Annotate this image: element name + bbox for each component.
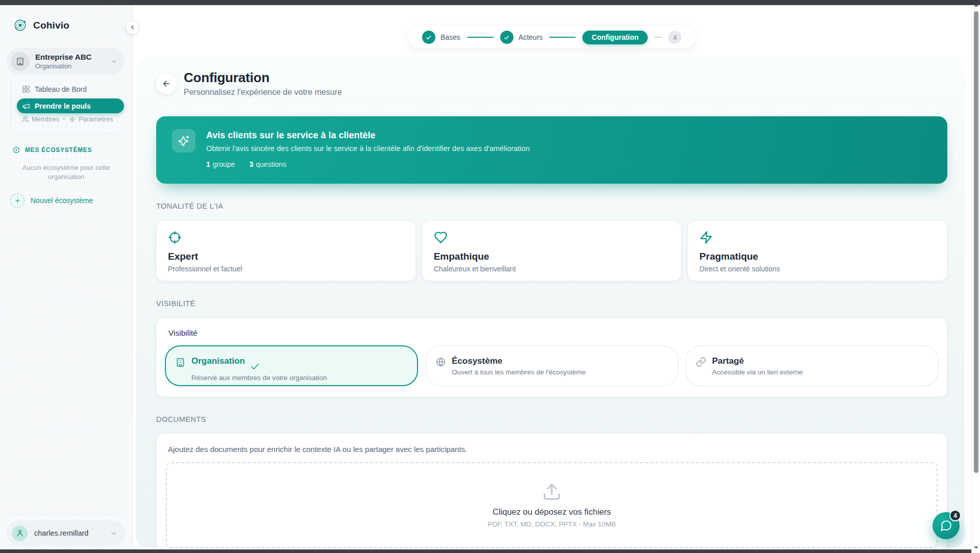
- page-header: Configuration Personnalisez l'expérience…: [156, 70, 947, 97]
- new-ecosystem-button[interactable]: Nouvel écosystème: [10, 193, 132, 208]
- page-title: Configuration: [184, 70, 342, 86]
- ecosystems-heading: MES ÉCOSYSTÈMES: [12, 146, 132, 154]
- file-dropzone[interactable]: Cliquez ou déposez vos fichiers PDF, TXT…: [166, 462, 938, 548]
- stepper-connector-inactive: [654, 37, 662, 38]
- banner-title: Avis clients sur le service à la clientè…: [206, 130, 530, 141]
- dropzone-hint: PDF, TXT, MD, DOCX, PPTX - Max 10MB: [487, 520, 616, 528]
- sparkles-icon: [172, 129, 195, 153]
- chat-button[interactable]: 4: [933, 512, 960, 539]
- sidebar-item-pulse[interactable]: Prendre le pouls: [17, 98, 124, 113]
- arrow-left-icon: [162, 79, 171, 88]
- org-avatar: [11, 52, 30, 71]
- org-name: Entreprise ABC: [35, 53, 91, 61]
- upload-icon: [542, 482, 561, 501]
- separator-dot: [63, 118, 65, 120]
- sidebar-item-label: Prendre le pouls: [35, 102, 91, 110]
- check-icon: [500, 31, 513, 44]
- window-top-edge: [0, 0, 980, 5]
- avatar: [12, 525, 28, 541]
- tonality-option-empathique[interactable]: Empathique Chaleureux et bienveillant: [422, 220, 682, 281]
- stepper: Bases Acteurs Configuration 4: [408, 26, 696, 48]
- bolt-icon: [699, 231, 936, 244]
- sidebar-sub-links: Membres Paramètres: [22, 115, 124, 123]
- plus-icon: [10, 193, 24, 208]
- sidebar-nav: Tableau de Bord Prendre le pouls Membr: [11, 82, 124, 123]
- stat-groups: 1 groupe: [206, 160, 235, 168]
- stepper-step-4[interactable]: 4: [668, 31, 681, 44]
- stepper-connector: [467, 37, 494, 38]
- person-icon: [16, 529, 24, 537]
- sidebar-footer: charles.remillard: [0, 514, 132, 546]
- sidebar-item-dashboard[interactable]: Tableau de Bord: [17, 82, 124, 97]
- visibility-option-partage[interactable]: Partagé Accessible via un lien externe: [685, 345, 939, 386]
- documents-description: Ajoutez des documents pour enrichir le c…: [168, 445, 938, 454]
- chevron-down-icon: [110, 58, 118, 65]
- dropzone-title: Cliquez ou déposez vos fichiers: [493, 507, 611, 517]
- sidebar-divider: [10, 133, 124, 134]
- gear-icon: [69, 116, 76, 123]
- chevron-down-icon: [110, 530, 117, 537]
- megaphone-icon: [22, 102, 30, 110]
- stepper-connector: [549, 37, 576, 38]
- link-icon: [696, 357, 706, 367]
- user-menu[interactable]: charles.remillard: [7, 520, 125, 546]
- visibility-label: Visibilité: [168, 329, 939, 338]
- scrollbar-thumb[interactable]: [974, 11, 978, 473]
- check-icon: [422, 31, 435, 44]
- check-icon: [250, 361, 260, 372]
- main-content: Bases Acteurs Configuration 4: [133, 5, 980, 553]
- chat-notification-badge: 4: [949, 510, 961, 521]
- stat-questions: 3 questions: [249, 160, 286, 168]
- org-switcher[interactable]: Entreprise ABC Organisation: [7, 48, 125, 74]
- sidebar-item-settings[interactable]: Paramètres: [69, 115, 113, 123]
- tonality-option-expert[interactable]: Expert Professionnel et factuel: [156, 220, 416, 281]
- new-ecosystem-label: Nouvel écosystème: [31, 196, 93, 205]
- sidebar-item-label: Tableau de Bord: [35, 85, 87, 93]
- section-heading-tonality: TONALITÉ DE L'IA: [156, 202, 947, 210]
- chevron-left-icon: [129, 24, 136, 31]
- sidebar-item-members[interactable]: Membres: [22, 115, 59, 123]
- page-scrollbar: [971, 0, 980, 553]
- sidebar: Cohivio Entreprise ABC Organisation: [0, 5, 133, 553]
- sidebar-divider: [8, 514, 124, 515]
- window-bottom-edge: [0, 549, 971, 553]
- brand: Cohivio: [12, 17, 132, 33]
- building-icon: [15, 57, 25, 66]
- tonality-options: Expert Professionnel et factuel Empathiq…: [156, 220, 947, 281]
- measure-summary-banner: Avis clients sur le service à la clientè…: [156, 116, 947, 184]
- users-icon: [22, 116, 29, 123]
- stepper-step-configuration-active[interactable]: Configuration: [582, 31, 648, 44]
- sidebar-collapse-button[interactable]: [126, 20, 139, 34]
- building-icon: [175, 357, 186, 368]
- heart-icon: [434, 231, 670, 244]
- app: Cohivio Entreprise ABC Organisation: [0, 5, 980, 553]
- stepper-step-bases[interactable]: Bases: [422, 31, 460, 44]
- stepper-step-acteurs[interactable]: Acteurs: [500, 31, 543, 44]
- org-type: Organisation: [35, 63, 105, 70]
- orbit-icon: [12, 146, 20, 154]
- section-heading-visibility: VISIBILITÉ: [156, 299, 947, 308]
- documents-card: Ajoutez des documents pour enrichir le c…: [156, 434, 947, 553]
- user-name: charles.remillard: [34, 529, 103, 537]
- target-icon: [168, 231, 404, 244]
- banner-description: Obtenir l'avis sincère des clients sur l…: [206, 144, 530, 153]
- visibility-option-organisation[interactable]: Organisation Réservé aux membres de votr…: [165, 345, 418, 386]
- cohivio-logo-icon: [12, 17, 28, 33]
- scroll-down-arrow-icon[interactable]: [973, 546, 979, 550]
- chat-bubble-icon: [940, 519, 952, 532]
- ecosystems-empty-state: Aucun écosystème pour cette organisation: [15, 163, 117, 181]
- section-heading-documents: DOCUMENTS: [156, 415, 947, 423]
- brand-name: Cohivio: [33, 20, 69, 31]
- visibility-option-ecosysteme[interactable]: Écosystème Ouvert à tous les membres de …: [425, 345, 678, 386]
- banner-stats: 1 groupe 3 questions: [206, 160, 530, 168]
- grid-icon: [22, 85, 30, 93]
- globe-icon: [435, 357, 446, 367]
- tonality-option-pragmatique[interactable]: Pragmatique Direct et orienté solutions: [688, 220, 947, 281]
- page-subtitle: Personnalisez l'expérience de votre mesu…: [184, 88, 342, 97]
- back-button[interactable]: [156, 73, 177, 94]
- visibility-card: Visibilité Organisation: [156, 318, 947, 397]
